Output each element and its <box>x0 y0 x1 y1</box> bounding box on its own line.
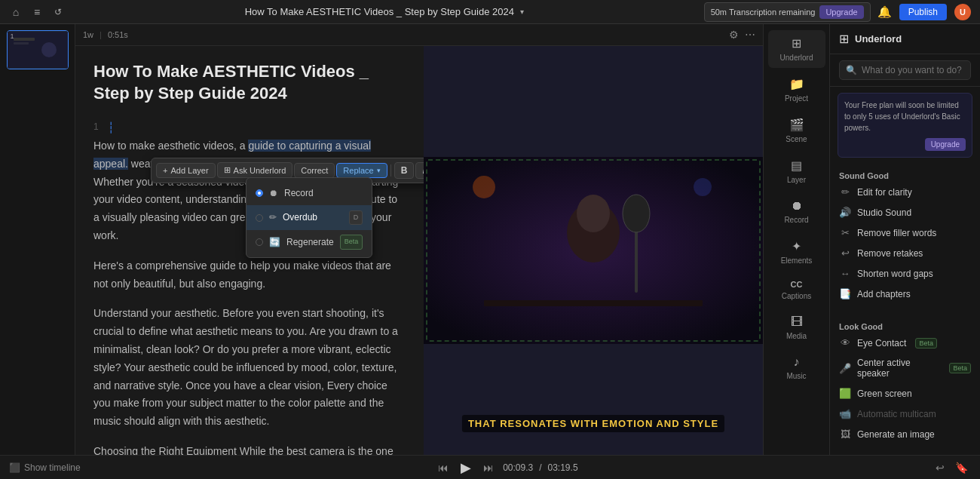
bookmark-button[interactable]: 🔖 <box>952 459 971 477</box>
sidebar-item-music[interactable]: ♪ Music <box>768 349 825 386</box>
video-container[interactable]: THAT RESONATES WITH EMOTION AND STYLE <box>424 46 763 455</box>
replace-button[interactable]: Replace ▾ <box>336 163 387 178</box>
center-speaker-item[interactable]: 🎤 Center active speaker Beta <box>830 353 980 383</box>
record-icon: ⏺ <box>269 186 278 201</box>
thumb-preview <box>8 31 68 69</box>
project-rp-icon: 📁 <box>789 77 804 91</box>
shorten-gaps-item[interactable]: ↔ Shorten word gaps <box>830 263 980 284</box>
current-time: 00:09.3 <box>503 462 533 473</box>
more-options-icon[interactable]: ⋯ <box>745 29 755 41</box>
replace-dropdown: ⏺ Record ✏ Overdub D 🔄 Regenerate Beta <box>246 177 372 258</box>
remove-retakes-item[interactable]: ↩ Remove retakes <box>830 243 980 263</box>
regenerate-badge: Beta <box>340 235 363 249</box>
svg-point-13 <box>694 178 712 196</box>
upgrade-banner: Your Free plan will soon be limited to o… <box>838 93 972 158</box>
paragraph-4: Choosing the Right Equipment While the b… <box>93 443 406 455</box>
generate-image-icon: 🖼 <box>839 428 851 440</box>
music-rp-icon: ♪ <box>794 355 800 369</box>
skip-back-button[interactable]: ⏮ <box>435 459 452 477</box>
toolbar-meta: 1w | 0:51s <box>83 30 128 39</box>
sound-good-title: Sound Good <box>830 168 980 182</box>
regenerate-icon: 🔄 <box>269 235 280 250</box>
underlord-search-input[interactable] <box>862 65 975 75</box>
italic-button[interactable]: I <box>415 162 424 179</box>
edit-for-clarity-item[interactable]: ✏ Edit for clarity <box>830 182 980 202</box>
remove-retakes-label: Remove retakes <box>857 248 923 259</box>
add-chapters-item[interactable]: 📑 Add chapters <box>830 284 980 304</box>
topbar-right: 50m Transcription remaining Upgrade 🔔 Pu… <box>704 2 971 22</box>
thumbnail-item[interactable]: 1 <box>7 30 69 69</box>
timeline-icon: ⬛ <box>9 462 20 473</box>
avatar: U <box>954 4 971 20</box>
toolbar-divider <box>390 164 391 177</box>
notification-icon[interactable]: 🔔 <box>878 5 892 19</box>
home-icon[interactable]: ⌂ <box>9 5 23 19</box>
sidebar-item-layer[interactable]: ▤ Layer <box>768 152 825 190</box>
green-screen-item[interactable]: 🟩 Green screen <box>830 383 980 404</box>
add-chapters-label: Add chapters <box>857 289 911 299</box>
editor-area: 1w | 0:51s ⚙ ⋯ How To Make AESTHETIC Vid… <box>75 24 763 455</box>
overdub-shortcut: D <box>349 210 363 225</box>
underlord-small-icon: ⊞ <box>224 165 231 175</box>
upgrade-banner-button[interactable]: Upgrade <box>925 138 966 151</box>
show-timeline-label: Show timeline <box>24 462 81 473</box>
duration: 0:51s <box>108 30 128 39</box>
topbar-center: How To Make AESTHETIC Videos _ Step by S… <box>245 6 524 17</box>
menu-icon[interactable]: ≡ <box>30 5 44 19</box>
auto-multicam-item[interactable]: 📹 Automatic multicam <box>830 404 980 424</box>
remove-filler-item[interactable]: ✂ Remove filler words <box>830 223 980 243</box>
underlord-rp-label: Underlord <box>780 54 813 62</box>
svg-point-8 <box>623 195 650 232</box>
upgrade-button[interactable]: Upgrade <box>819 5 863 19</box>
time-ago: 1w <box>83 30 93 39</box>
elements-rp-icon: ✦ <box>792 239 801 253</box>
studio-sound-item[interactable]: 🔊 Studio Sound <box>830 202 980 223</box>
sidebar-item-project[interactable]: 📁 Project <box>768 71 825 109</box>
underlord-rp-icon: ⊞ <box>792 36 801 51</box>
replace-record-item[interactable]: ⏺ Record <box>247 181 372 205</box>
add-layer-button[interactable]: + Add Layer <box>156 163 216 178</box>
title-dropdown-icon[interactable]: ▾ <box>520 8 524 16</box>
bottom-bar: ⬛ Show timeline ⏮ ▶ ⏭ 00:09.3 / 03:19.5 … <box>0 455 980 479</box>
sidebar-item-elements[interactable]: ✦ Elements <box>768 233 825 271</box>
look-good-section: Look Good 👁 Eye Contact Beta 🎤 Center ac… <box>830 315 980 449</box>
sidebar-item-captions[interactable]: CC Captions <box>768 274 825 306</box>
publish-button[interactable]: Publish <box>899 4 947 20</box>
ask-underlord-button[interactable]: ⊞ Ask Underlord <box>217 162 293 178</box>
save-icon[interactable]: ↺ <box>51 5 65 19</box>
music-rp-label: Music <box>786 372 806 380</box>
media-rp-icon: 🎞 <box>791 315 803 329</box>
bb-center: ⏮ ▶ ⏭ 00:09.3 / 03:19.5 <box>435 456 577 479</box>
sidebar-item-record[interactable]: ⏺ Record <box>768 193 825 230</box>
right-panel: ⊞ Underlord 📁 Project 🎬 Scene ▤ Layer ⏺ … <box>763 24 829 455</box>
svg-rect-11 <box>484 300 703 306</box>
center-speaker-icon: 🎤 <box>839 363 851 374</box>
video-subtitle: THAT RESONATES WITH EMOTION AND STYLE <box>462 415 724 432</box>
transcription-label: 50m Transcription remaining <box>711 8 816 17</box>
generate-image-label: Generate an image <box>857 429 935 440</box>
captions-rp-icon: CC <box>791 280 803 289</box>
replace-regenerate-item[interactable]: 🔄 Regenerate Beta <box>247 230 372 254</box>
sidebar-item-media[interactable]: 🎞 Media <box>768 309 825 346</box>
eye-contact-item[interactable]: 👁 Eye Contact Beta <box>830 333 980 353</box>
sidebar-item-scene[interactable]: 🎬 Scene <box>768 112 825 149</box>
bold-button[interactable]: B <box>394 162 415 179</box>
settings-icon[interactable]: ⚙ <box>729 29 739 41</box>
transcription-badge: 50m Transcription remaining Upgrade <box>704 2 871 22</box>
replace-overdub-item[interactable]: ✏ Overdub D <box>247 205 372 229</box>
eye-contact-label: Eye Contact <box>857 338 906 349</box>
show-timeline-button[interactable]: ⬛ Show timeline <box>9 462 81 473</box>
skip-forward-button[interactable]: ⏭ <box>480 459 497 477</box>
underlord-panel: ⊞ Underlord 🔍 Your Free plan will soon b… <box>829 24 980 455</box>
correct-button[interactable]: Correct <box>294 163 335 178</box>
play-button[interactable]: ▶ <box>458 456 474 479</box>
sidebar-item-underlord[interactable]: ⊞ Underlord <box>768 30 825 68</box>
generate-image-item[interactable]: 🖼 Generate an image <box>830 424 980 444</box>
center-speaker-label: Center active speaker <box>857 358 940 379</box>
cursor-indicator: ┆ <box>108 119 114 137</box>
transcript-panel[interactable]: How To Make AESTHETIC Videos _ Step by S… <box>75 46 424 455</box>
underlord-search: 🔍 <box>830 54 980 87</box>
elements-rp-label: Elements <box>781 256 813 265</box>
rewind-button[interactable]: ↩ <box>933 459 948 477</box>
overdub-radio <box>256 214 263 222</box>
